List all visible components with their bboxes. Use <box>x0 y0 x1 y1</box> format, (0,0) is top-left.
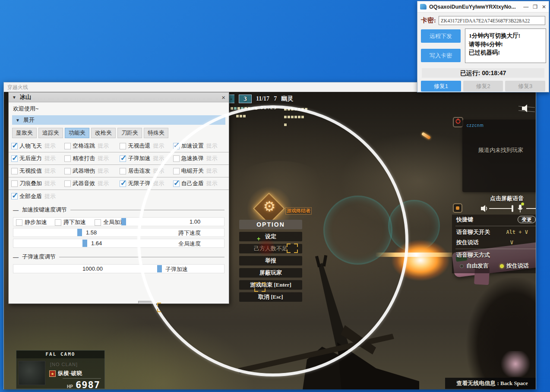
tab-tracking[interactable]: 追踪夹 <box>38 128 63 138</box>
fix1-button[interactable]: 修复1 <box>421 81 461 92</box>
hint-link[interactable]: 提示 <box>44 155 56 162</box>
minimize-icon[interactable]: — <box>523 4 528 10</box>
hint-link[interactable]: 提示 <box>98 167 109 175</box>
game-viewport: · 3 11/17 7 幽灵 01:23 ⚙ 游戏终结者 OPTION <box>4 92 536 389</box>
speed-main-slider[interactable]: 静步加速 蹲下加速 全局加速 1.00 <box>13 217 224 226</box>
resize-handle[interactable] <box>138 301 153 304</box>
crouch-speed-slider[interactable]: 1.58 蹲下速度 <box>13 228 224 237</box>
hint-link[interactable]: 提示 <box>206 142 218 150</box>
checkbox[interactable] <box>120 143 126 149</box>
section-speed-keys[interactable]: — 加速按键速度调节 <box>9 202 229 215</box>
option-push-to-talk[interactable]: 按住说话 <box>500 262 529 270</box>
remote-send-button[interactable]: 远程下发 <box>421 29 461 43</box>
global-speed-slider[interactable]: 1.64 全局速度 <box>13 239 224 248</box>
feature-no-knockback[interactable]: 无视击退提示 <box>120 142 173 150</box>
checkbox[interactable] <box>11 143 18 149</box>
checkbox[interactable] <box>120 155 126 162</box>
hint-link[interactable]: 提示 <box>98 142 109 150</box>
maximize-icon[interactable]: ❐ <box>533 4 537 10</box>
toggle-crouch-speed[interactable]: 蹲下加速 <box>55 218 86 226</box>
expand-bar[interactable]: ▼ 展开 <box>12 115 225 125</box>
voice-channel-icon[interactable] <box>453 203 462 213</box>
toggle-walk-speed[interactable]: 静步加速 <box>16 218 47 226</box>
feature-ignore-throw[interactable]: 无视投值提示 <box>11 167 64 175</box>
feature-sniper-auto[interactable]: 居击连发提示 <box>120 167 173 175</box>
change-button[interactable]: 变更 <box>518 216 536 223</box>
speaker-volume-slider[interactable] <box>489 208 513 209</box>
checkbox[interactable] <box>11 168 18 174</box>
feature-precise-hit[interactable]: 精准打击提示 <box>64 155 120 162</box>
feature-space-jump[interactable]: 空格连跳提示 <box>64 142 120 150</box>
slider-thumb[interactable] <box>121 218 126 225</box>
fix3-button[interactable]: 修复3 <box>505 81 545 92</box>
section-bullet-speed[interactable]: — 子弹速度调节 <box>9 250 229 262</box>
feature-weapon-sound[interactable]: 武器音效提示 <box>64 180 120 187</box>
hint-link[interactable]: 提示 <box>153 180 164 187</box>
tab-special[interactable]: 特殊夹 <box>144 128 168 138</box>
feature-fast-reload[interactable]: 急速换弹提示 <box>173 155 226 162</box>
checkbox[interactable] <box>16 219 22 226</box>
slider-thumb[interactable] <box>157 265 162 272</box>
checkbox[interactable] <box>173 168 180 174</box>
feature-no-recoil[interactable]: 无后座力提示 <box>11 155 64 162</box>
hint-link[interactable]: 提示 <box>206 155 218 162</box>
hint-link[interactable]: 提示 <box>44 193 56 200</box>
feature-self-gold-shield[interactable]: 自己金盾提示 <box>173 180 226 187</box>
feature-infinite-ammo[interactable]: 无限子弹提示 <box>120 180 173 187</box>
slider-thumb[interactable] <box>82 240 87 247</box>
section-collapse-icon[interactable]: — <box>13 207 19 213</box>
checkbox[interactable] <box>55 219 61 226</box>
checkbox[interactable] <box>173 155 180 162</box>
hint-link[interactable]: 提示 <box>44 180 56 187</box>
feature-bullet-accel[interactable]: 子弹加速提示 <box>120 155 173 162</box>
feature-speed-settings[interactable]: 加速设置提示 <box>173 142 226 150</box>
checkbox[interactable] <box>120 180 126 187</box>
checkbox[interactable] <box>11 193 18 199</box>
checkbox[interactable] <box>64 180 71 187</box>
hint-link[interactable]: 提示 <box>153 167 164 175</box>
section-collapse-icon[interactable]: — <box>13 254 19 260</box>
hint-link[interactable]: 提示 <box>206 167 218 175</box>
option-free-talk[interactable]: 自由发言 <box>460 262 489 270</box>
close-icon[interactable]: ✕ <box>542 4 546 10</box>
block-voice-label[interactable]: 点击屏蔽语音 <box>474 195 536 202</box>
write-key-button[interactable]: 写入卡密 <box>421 49 461 62</box>
hint-link[interactable]: 提示 <box>44 167 56 175</box>
bullet-speed-slider[interactable]: 1000.00 子弹加速 <box>13 264 224 273</box>
cheat-titlebar[interactable]: ▼ 冰山 × <box>9 92 229 102</box>
close-icon[interactable]: × <box>221 94 225 101</box>
checkbox[interactable] <box>64 155 71 162</box>
checkbox[interactable] <box>95 219 101 226</box>
slider-thumb[interactable] <box>77 229 82 236</box>
collapse-icon[interactable]: ▼ <box>12 95 16 100</box>
checkbox[interactable] <box>11 155 18 162</box>
hint-link[interactable]: 提示 <box>44 142 56 150</box>
checkbox[interactable] <box>64 168 71 174</box>
checkbox[interactable] <box>11 180 18 187</box>
voice-power-button[interactable] <box>453 117 463 127</box>
checkbox[interactable] <box>120 168 126 174</box>
tab-show-enemy[interactable]: 显敌夹 <box>12 128 37 138</box>
feature-knife-marks[interactable]: 刀痕叠加提示 <box>11 180 64 187</box>
tab-knife-range[interactable]: 刀距夹 <box>117 128 142 138</box>
checkbox[interactable] <box>173 143 180 149</box>
voice-player-panel[interactable]: czzcnm 频道内未找到玩家 <box>462 120 536 192</box>
tool-titlebar[interactable]: OQsaxoiDunEuYylwwYRXtxyNo... — ❐ ✕ <box>417 1 549 13</box>
hint-link[interactable]: 提示 <box>98 155 109 162</box>
hint-link[interactable]: 提示 <box>153 155 164 162</box>
hint-link[interactable]: 提示 <box>153 142 164 150</box>
hint-link[interactable]: 提示 <box>98 180 109 187</box>
feature-fly[interactable]: 人物飞天提示 <box>11 142 64 150</box>
feature-chainsaw-toggle[interactable]: 电锯开关提示 <box>173 167 226 175</box>
feature-all-gold-shield[interactable]: 全部金盾提示 <box>11 193 65 200</box>
card-key-input[interactable] <box>439 16 545 25</box>
tab-gun-mod[interactable]: 改枪夹 <box>91 128 116 138</box>
mic-volume-slider[interactable] <box>526 208 536 209</box>
checkbox[interactable] <box>64 143 71 149</box>
tab-functions[interactable]: 功能夹 <box>65 128 89 138</box>
hint-link[interactable]: 提示 <box>206 180 218 187</box>
feature-weapon-damage[interactable]: 武器增伤提示 <box>64 167 120 175</box>
fix2-button[interactable]: 修复2 <box>463 81 503 92</box>
speaker-volume-knob[interactable] <box>512 205 513 212</box>
checkbox[interactable] <box>173 180 180 187</box>
